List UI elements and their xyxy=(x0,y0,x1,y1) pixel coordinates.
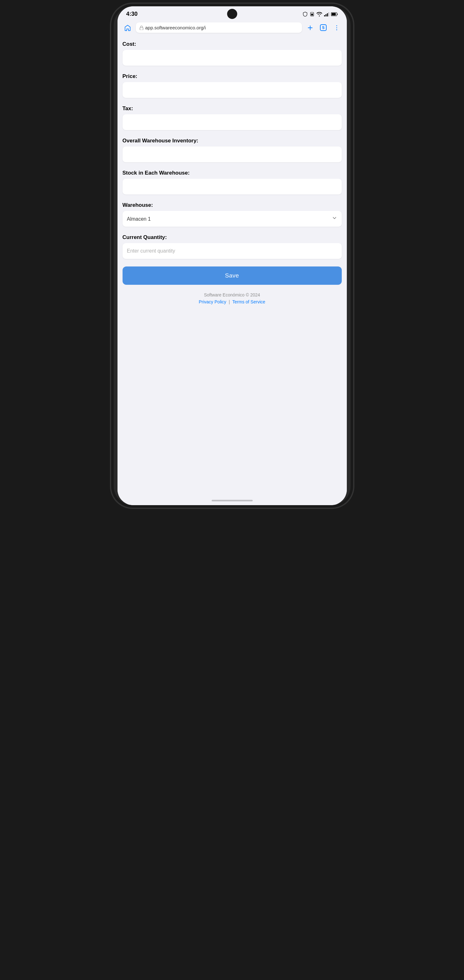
home-button[interactable] xyxy=(123,23,133,33)
stock-each-warehouse-section: Stock in Each Warehouse: xyxy=(123,170,342,194)
terms-of-service-link[interactable]: Terms of Service xyxy=(233,299,265,304)
lock-icon xyxy=(140,25,144,30)
browser-chrome: app.softwareeconomico.org/i 5 xyxy=(118,20,347,36)
svg-point-11 xyxy=(336,29,337,30)
home-indicator xyxy=(118,496,347,505)
save-button[interactable]: Save xyxy=(123,266,342,285)
content-area[interactable]: Cost: Price: Tax: Overall Warehouse Inve… xyxy=(118,36,347,496)
price-section: Price: xyxy=(123,73,342,98)
cost-label: Cost: xyxy=(123,41,342,47)
phone-frame: 4:30 xyxy=(114,6,351,505)
status-time: 4:30 xyxy=(126,11,138,18)
warehouse-select-wrapper: Almacen 1 Almacen 2 Almacen 3 xyxy=(123,211,342,227)
wifi-icon xyxy=(316,12,322,16)
svg-rect-2 xyxy=(324,15,325,16)
signal-icon xyxy=(324,12,329,16)
tabs-count-button[interactable]: 5 xyxy=(318,23,328,33)
price-input[interactable] xyxy=(123,82,342,98)
warehouse-label: Warehouse: xyxy=(123,202,342,208)
warehouse-section: Warehouse: Almacen 1 Almacen 2 Almacen 3 xyxy=(123,202,342,227)
phone-screen: 4:30 xyxy=(118,6,347,505)
footer-section: Software Económico © 2024 Privacy Policy… xyxy=(123,292,342,314)
svg-point-9 xyxy=(336,25,337,26)
current-quantity-input[interactable] xyxy=(123,243,342,259)
price-label: Price: xyxy=(123,73,342,80)
address-bar[interactable]: app.softwareeconomico.org/i xyxy=(136,22,302,33)
overall-warehouse-label: Overall Warehouse Inventory: xyxy=(123,138,342,144)
tax-input[interactable] xyxy=(123,114,342,130)
tax-section: Tax: xyxy=(123,105,342,130)
status-icons xyxy=(303,12,338,17)
svg-rect-7 xyxy=(332,13,336,16)
tax-label: Tax: xyxy=(123,105,342,112)
more-options-button[interactable] xyxy=(332,23,342,33)
stock-each-warehouse-label: Stock in Each Warehouse: xyxy=(123,170,342,176)
svg-rect-4 xyxy=(327,13,328,16)
browser-toolbar: app.softwareeconomico.org/i 5 xyxy=(123,22,342,33)
svg-point-10 xyxy=(336,27,337,28)
add-tab-button[interactable] xyxy=(305,23,315,33)
overall-warehouse-section: Overall Warehouse Inventory: xyxy=(123,138,342,162)
privacy-policy-link[interactable]: Privacy Policy xyxy=(199,299,226,304)
battery-icon xyxy=(331,12,338,16)
camera-notch xyxy=(227,9,237,19)
cost-section: Cost: xyxy=(123,41,342,66)
tabs-count-display: 5 xyxy=(320,24,327,31)
overall-warehouse-input[interactable] xyxy=(123,146,342,162)
current-quantity-label: Current Quantity: xyxy=(123,234,342,240)
shield-icon xyxy=(303,12,308,17)
footer-copyright: Software Económico © 2024 xyxy=(123,292,342,298)
sim-icon xyxy=(309,12,314,17)
url-text: app.softwareeconomico.org/i xyxy=(145,25,298,30)
svg-rect-3 xyxy=(325,14,326,16)
svg-rect-8 xyxy=(140,27,143,30)
svg-rect-1 xyxy=(311,14,313,16)
home-indicator-bar xyxy=(212,500,253,501)
stock-each-warehouse-input[interactable] xyxy=(123,179,342,194)
cost-input[interactable] xyxy=(123,50,342,66)
footer-link-separator: | xyxy=(229,299,230,304)
footer-links: Privacy Policy | Terms of Service xyxy=(123,299,342,304)
warehouse-select[interactable]: Almacen 1 Almacen 2 Almacen 3 xyxy=(123,211,342,227)
svg-rect-5 xyxy=(328,12,329,16)
current-quantity-section: Current Quantity: xyxy=(123,234,342,259)
